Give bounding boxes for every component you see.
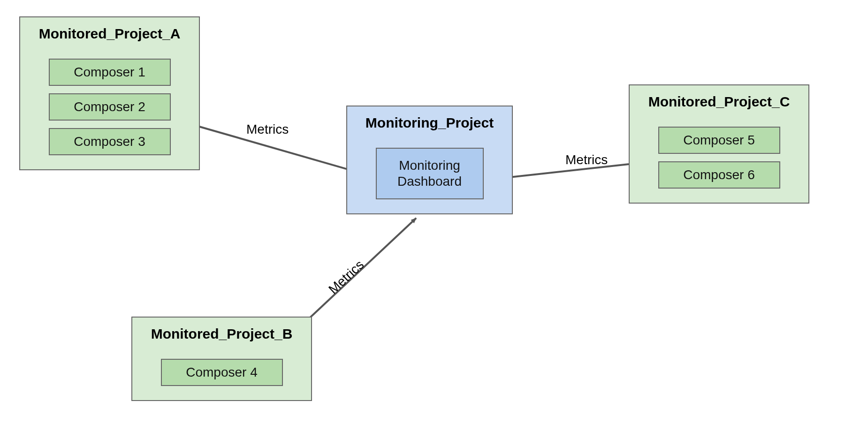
project-a-box: Monitored_Project_A Composer 1 Composer …	[19, 16, 200, 170]
project-b-box: Monitored_Project_B Composer 4	[131, 317, 312, 401]
edge-label-b: Metrics	[326, 257, 367, 297]
project-c-box: Monitored_Project_C Composer 5 Composer …	[629, 84, 809, 204]
monitoring-dashboard-box: Monitoring Dashboard	[376, 148, 484, 199]
composer-item: Composer 4	[161, 359, 283, 386]
dashboard-label-line1: Monitoring	[399, 158, 460, 173]
composer-item: Composer 2	[49, 93, 171, 121]
edge-label-c: Metrics	[565, 152, 608, 167]
composer-item: Composer 1	[49, 59, 171, 86]
project-a-title: Monitored_Project_A	[39, 26, 181, 42]
composer-item: Composer 5	[658, 127, 780, 154]
project-c-title: Monitored_Project_C	[648, 94, 790, 110]
dashboard-label-line2: Dashboard	[397, 174, 462, 189]
project-b-title: Monitored_Project_B	[151, 326, 293, 342]
monitoring-project-title: Monitoring_Project	[365, 115, 494, 131]
composer-item: Composer 3	[49, 128, 171, 155]
monitoring-project-box: Monitoring_Project Monitoring Dashboard	[346, 106, 513, 214]
composer-item: Composer 6	[658, 161, 780, 189]
edge-label-a: Metrics	[246, 122, 289, 137]
